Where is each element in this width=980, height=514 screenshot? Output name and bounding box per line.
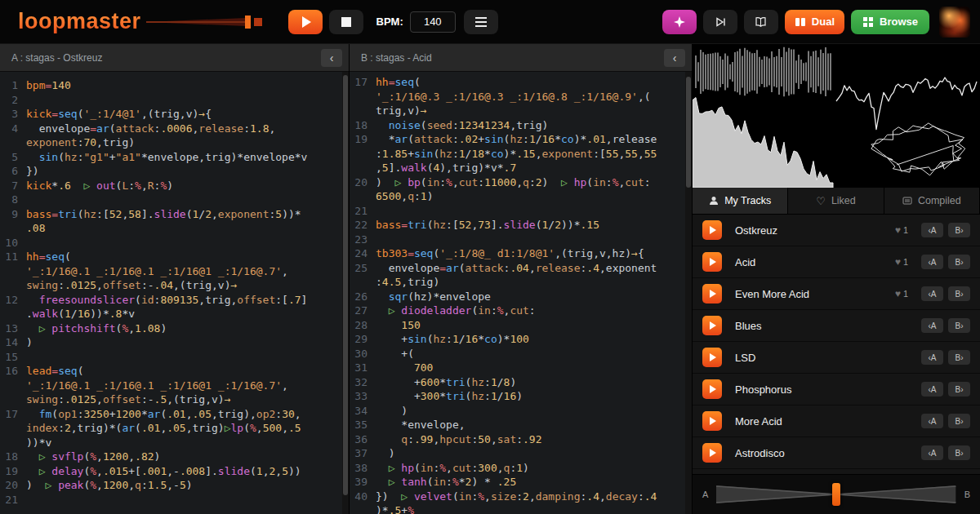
load-deck-b-button[interactable]: B› bbox=[948, 286, 970, 301]
load-deck-b-button[interactable]: B› bbox=[948, 350, 970, 365]
code-line: }) bbox=[26, 164, 39, 179]
code-line: sqr(hz)*envelope bbox=[376, 290, 491, 304]
heart-outline-icon: ♡ bbox=[816, 196, 826, 206]
scrollbar-thumb[interactable] bbox=[686, 77, 691, 188]
track-play-button[interactable] bbox=[702, 252, 722, 272]
track-play-button[interactable] bbox=[702, 411, 722, 431]
docs-button[interactable] bbox=[744, 10, 778, 34]
code-line: 6500,q:1) bbox=[376, 189, 433, 204]
avatar[interactable] bbox=[939, 7, 970, 38]
magic-button[interactable] bbox=[662, 10, 697, 34]
play-icon bbox=[710, 417, 716, 425]
code-line: .walk(1/16))*.8*v bbox=[26, 307, 135, 321]
code-line: 150 bbox=[376, 318, 421, 333]
topbar: loopmaster BPM: Dual bbox=[0, 0, 980, 44]
code-row: 3kick=seq('_:1/4@1',(trig,v)→{ bbox=[0, 107, 342, 122]
track-play-button[interactable] bbox=[702, 348, 722, 367]
load-deck-a-button[interactable]: ‹A bbox=[921, 382, 943, 397]
play-outline-icon bbox=[715, 16, 726, 28]
deck-a-label: A bbox=[702, 490, 708, 499]
code-line: swing:.0125,offset:-.04,(trig,v)→ bbox=[26, 278, 237, 293]
tab-label: Liked bbox=[831, 195, 856, 206]
code-row: 8 bbox=[0, 193, 342, 207]
track-row[interactable]: Phosphorus‹AB› bbox=[693, 374, 980, 405]
track-play-button[interactable] bbox=[702, 316, 722, 335]
book-icon bbox=[755, 16, 767, 28]
track-play-button[interactable] bbox=[702, 220, 722, 240]
like-count[interactable]: ♥1 bbox=[895, 224, 908, 236]
load-deck-b-button[interactable]: B› bbox=[948, 414, 970, 428]
code-row: swing:.0125,offset:-.5,(trig,v)→ bbox=[0, 392, 342, 407]
track-play-button[interactable] bbox=[702, 443, 722, 463]
editor-a-code[interactable]: 1bpm=14023kick=seq('_:1/4@1',(trig,v)→{4… bbox=[0, 72, 342, 514]
tab-liked[interactable]: ♡ Liked bbox=[788, 188, 884, 214]
crossfader-handle[interactable] bbox=[832, 483, 840, 506]
load-deck-a-button[interactable]: ‹A bbox=[921, 414, 943, 428]
track-row[interactable]: More Acid‹AB› bbox=[693, 405, 980, 437]
play-icon bbox=[710, 321, 716, 330]
stop-button[interactable] bbox=[329, 10, 363, 34]
load-deck-a-button[interactable]: ‹A bbox=[921, 350, 943, 365]
track-row[interactable]: Even More Acid♥1‹AB› bbox=[693, 278, 980, 310]
code-line: ▷ svflp(%,1200,.82) bbox=[26, 450, 160, 464]
menu-button[interactable] bbox=[464, 10, 498, 34]
load-deck-b-button[interactable]: B› bbox=[948, 445, 970, 460]
code-row: 25 envelope=ar(attack:.04,release:.4,exp… bbox=[350, 261, 685, 276]
track-row[interactable]: Ostkreuz♥1‹AB› bbox=[693, 215, 980, 246]
sparkle-icon bbox=[674, 16, 685, 28]
code-row: )*.5+% bbox=[350, 503, 685, 514]
autoplay-button[interactable] bbox=[703, 10, 737, 34]
load-deck-a-button[interactable]: ‹A bbox=[921, 223, 943, 237]
dual-button[interactable]: Dual bbox=[785, 10, 844, 34]
load-deck-a-button[interactable]: ‹A bbox=[921, 445, 943, 460]
track-row[interactable]: LSD‹AB› bbox=[693, 342, 980, 374]
code-line: '_:1/16@.3 _:1/16@.3 _:1/16@.8 _:1/16@.9… bbox=[376, 90, 651, 104]
like-count[interactable]: ♥1 bbox=[895, 288, 908, 299]
collapse-editor-a-button[interactable]: ‹ bbox=[321, 49, 342, 67]
line-number: 14 bbox=[0, 335, 26, 350]
line-number: 30 bbox=[350, 347, 376, 361]
code-row: exponent:70,trig) bbox=[0, 135, 342, 150]
bpm-input[interactable] bbox=[410, 11, 456, 33]
scrollbar-thumb[interactable] bbox=[343, 75, 348, 495]
tab-compiled[interactable]: Compiled bbox=[884, 188, 980, 214]
code-line: +600*tri(hz:1/8) bbox=[376, 375, 516, 390]
code-line: :1.85+sin(hz:1/18*co)*.15,exponent:[55,5… bbox=[376, 147, 657, 162]
load-deck-b-button[interactable]: B› bbox=[948, 318, 970, 333]
load-deck-b-button[interactable]: B› bbox=[948, 382, 970, 397]
line-number: 4 bbox=[0, 122, 26, 136]
code-row: 21 bbox=[350, 204, 685, 219]
editor-a-title: A : stagas - Ostkreuz bbox=[11, 52, 102, 64]
load-deck-b-button[interactable]: B› bbox=[948, 255, 970, 269]
code-row: ,5].walk(4),trig)*v*.7 bbox=[350, 161, 685, 175]
line-number bbox=[350, 90, 376, 104]
crossfader-track[interactable] bbox=[716, 482, 956, 507]
load-deck-b-button[interactable]: B› bbox=[948, 223, 970, 237]
track-row[interactable]: Acid♥1‹AB› bbox=[693, 246, 980, 278]
play-button[interactable] bbox=[288, 10, 323, 34]
editor-a-scrollbar[interactable] bbox=[342, 72, 349, 514]
app-logo[interactable]: loopmaster bbox=[18, 9, 141, 34]
editor-b-code[interactable]: 17hh=seq('_:1/16@.3 _:1/16@.3 _:1/16@.8 … bbox=[350, 72, 685, 514]
editor-b-scrollbar[interactable] bbox=[685, 72, 692, 514]
line-number bbox=[0, 307, 26, 321]
track-play-button[interactable] bbox=[702, 379, 722, 399]
code-line: *envelope, bbox=[376, 418, 466, 432]
line-number: 20 bbox=[350, 175, 376, 190]
tab-my-tracks[interactable]: My Tracks bbox=[693, 188, 788, 214]
track-row[interactable]: Blues‹AB› bbox=[693, 310, 980, 342]
track-play-button[interactable] bbox=[702, 284, 722, 304]
load-deck-a-button[interactable]: ‹A bbox=[921, 286, 943, 301]
track-row[interactable]: Astrodisco‹AB› bbox=[693, 437, 980, 469]
collapse-editor-b-button[interactable]: ‹ bbox=[664, 49, 685, 67]
main-area: A : stagas - Ostkreuz ‹ 1bpm=14023kick=s… bbox=[0, 44, 980, 514]
line-number: 40 bbox=[350, 490, 376, 504]
waveform-display bbox=[693, 44, 980, 188]
browse-button[interactable]: Browse bbox=[851, 10, 929, 34]
code-row: 16lead=seq( bbox=[0, 364, 342, 379]
like-count[interactable]: ♥1 bbox=[895, 256, 908, 268]
code-line: +( bbox=[376, 347, 414, 361]
load-deck-a-button[interactable]: ‹A bbox=[921, 255, 943, 269]
load-deck-a-button[interactable]: ‹A bbox=[921, 318, 943, 333]
code-line: *ar(attack:.02+sin(hz:1/16*co)*.01,relea… bbox=[376, 132, 657, 147]
